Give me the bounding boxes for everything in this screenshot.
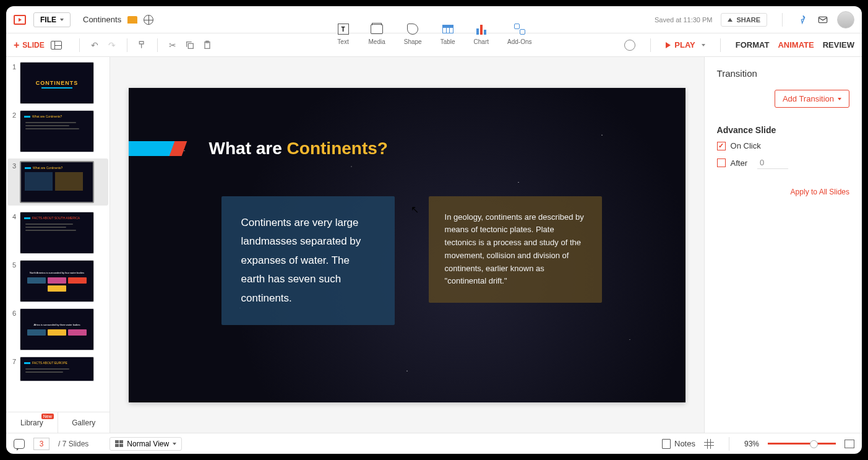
apply-all-link[interactable]: Apply to All Slides xyxy=(717,188,849,196)
insert-addons-button[interactable]: Add-Ons xyxy=(507,22,531,45)
text-icon: T xyxy=(338,24,349,35)
cut-icon[interactable]: ✂ xyxy=(167,40,178,51)
main-area: 1 CONTINENTS 2 What are Continents? 3 Wh… xyxy=(6,57,862,433)
background-stars xyxy=(129,88,685,402)
after-checkbox[interactable] xyxy=(717,158,726,167)
document-title[interactable]: Continents xyxy=(83,15,121,24)
user-avatar[interactable] xyxy=(837,11,854,28)
insert-table-button[interactable]: Table xyxy=(440,22,455,45)
notes-button[interactable]: Notes xyxy=(662,439,695,449)
thumbnail-5[interactable]: 5 North America is surrounded by four wa… xyxy=(10,260,106,302)
comments-icon[interactable] xyxy=(14,439,25,449)
transition-heading: Transition xyxy=(717,68,849,79)
notes-icon xyxy=(662,439,671,449)
panel-tabs: Library New Gallery xyxy=(6,412,110,433)
content-box-left[interactable]: Continents are very large landmasses sep… xyxy=(221,196,395,326)
play-label: PLAY xyxy=(674,40,695,50)
redo-icon[interactable]: ↷ xyxy=(106,40,118,51)
folder-icon[interactable] xyxy=(127,16,137,24)
slide-count: / 7 Slides xyxy=(58,440,88,448)
current-slide-input[interactable] xyxy=(33,438,49,450)
content-box-right[interactable]: In geology, continents are described by … xyxy=(429,196,602,303)
paste-icon[interactable] xyxy=(202,40,213,51)
shape-icon xyxy=(407,24,418,35)
accent-bar xyxy=(129,141,175,156)
thumbnail-2[interactable]: 2 What are Continents? xyxy=(10,110,106,152)
library-label: Library xyxy=(20,419,43,427)
add-transition-button[interactable]: Add Transition xyxy=(775,90,849,108)
thumbnail-6[interactable]: 6 Africa is surrounded by three water bo… xyxy=(10,308,106,350)
zoom-percentage: 93% xyxy=(744,440,759,448)
new-slide-label: SLIDE xyxy=(22,41,44,50)
share-icon xyxy=(728,18,733,22)
thumbnail-3[interactable]: 3 What are Continents? xyxy=(7,158,108,206)
brush-icon[interactable] xyxy=(797,15,809,25)
addons-icon xyxy=(514,24,525,35)
on-click-checkbox[interactable] xyxy=(717,142,726,150)
table-label: Table xyxy=(440,38,455,45)
tab-format[interactable]: FORMAT xyxy=(736,38,770,52)
insert-text-button[interactable]: T Text xyxy=(337,22,350,45)
insert-chart-button[interactable]: Chart xyxy=(474,22,489,45)
thumbnail-4[interactable]: 4 FACTS ABOUT SOUTH AMERICA xyxy=(10,212,106,254)
grid-toggle-icon[interactable] xyxy=(704,439,714,449)
layout-icon[interactable] xyxy=(51,41,62,50)
gallery-tab[interactable]: Gallery xyxy=(58,412,110,433)
on-click-label: On Click xyxy=(731,141,761,150)
separator xyxy=(729,437,729,451)
thumb-title: CONTINENTS xyxy=(36,80,79,86)
after-input[interactable] xyxy=(757,157,788,169)
slide-title[interactable]: What are Continents? xyxy=(209,139,388,158)
play-button[interactable]: PLAY xyxy=(666,40,705,50)
after-option[interactable]: After xyxy=(717,157,849,169)
saved-status: Saved at 11:30 PM xyxy=(655,16,713,24)
media-icon xyxy=(371,24,383,34)
slide-header: What are Continents? xyxy=(129,139,388,158)
view-selector[interactable]: Normal View xyxy=(110,437,182,451)
app-logo-icon[interactable] xyxy=(14,15,26,25)
insert-tools: T Text Media Shape Table Chart Add-On xyxy=(337,22,532,45)
thumbnail-7[interactable]: 7 FACTS ABOUT EUROPE xyxy=(10,357,106,381)
canvas-area[interactable]: What are Continents? Continents are very… xyxy=(110,57,704,433)
statusbar: / 7 Slides Normal View Notes 93% xyxy=(6,433,862,454)
slide-panel: 1 CONTINENTS 2 What are Continents? 3 Wh… xyxy=(6,57,110,433)
media-label: Media xyxy=(369,38,385,45)
library-tab[interactable]: Library New xyxy=(6,412,58,433)
share-button[interactable]: SHARE xyxy=(721,13,767,27)
new-badge: New xyxy=(41,414,54,419)
svg-rect-1 xyxy=(188,43,193,48)
format-painter-icon[interactable] xyxy=(137,40,148,51)
shape-label: Shape xyxy=(404,38,422,45)
notes-label: Notes xyxy=(674,439,695,448)
zoom-slider[interactable] xyxy=(768,443,836,445)
undo-icon[interactable]: ↶ xyxy=(89,40,100,51)
fit-screen-icon[interactable] xyxy=(844,440,854,448)
separator xyxy=(79,38,80,52)
addons-label: Add-Ons xyxy=(507,38,531,45)
envelope-icon[interactable] xyxy=(817,15,828,25)
globe-icon[interactable] xyxy=(144,15,153,25)
file-menu-button[interactable]: FILE xyxy=(33,12,71,27)
thumb-number: 4 xyxy=(10,212,16,254)
on-click-option[interactable]: On Click xyxy=(717,141,849,150)
tab-review[interactable]: REVIEW xyxy=(823,38,854,52)
plus-icon: + xyxy=(14,40,19,51)
thumb-number: 3 xyxy=(10,161,16,203)
insert-shape-button[interactable]: Shape xyxy=(404,22,422,45)
slide-canvas[interactable]: What are Continents? Continents are very… xyxy=(129,88,685,402)
chart-icon xyxy=(476,24,486,35)
thumbnail-1[interactable]: 1 CONTINENTS xyxy=(10,62,106,104)
copy-icon[interactable] xyxy=(184,40,196,51)
new-slide-button[interactable]: + SLIDE xyxy=(14,40,45,51)
insert-media-button[interactable]: Media xyxy=(369,22,385,45)
thumbnail-list[interactable]: 1 CONTINENTS 2 What are Continents? 3 Wh… xyxy=(6,57,110,412)
settings-icon[interactable] xyxy=(624,40,635,51)
title-highlight: Continents? xyxy=(287,139,388,158)
separator xyxy=(127,38,127,52)
play-icon xyxy=(666,42,671,48)
table-icon xyxy=(442,25,453,33)
separator xyxy=(157,38,158,52)
tab-animate[interactable]: ANIMATE xyxy=(778,38,814,52)
share-label: SHARE xyxy=(736,16,760,24)
thumb-number: 5 xyxy=(10,260,16,302)
